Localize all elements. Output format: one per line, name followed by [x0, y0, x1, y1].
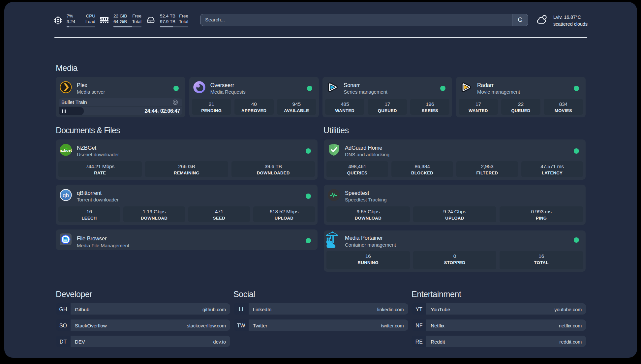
- svg-text:qb: qb: [63, 192, 69, 198]
- svg-text:nzbget: nzbget: [60, 148, 72, 152]
